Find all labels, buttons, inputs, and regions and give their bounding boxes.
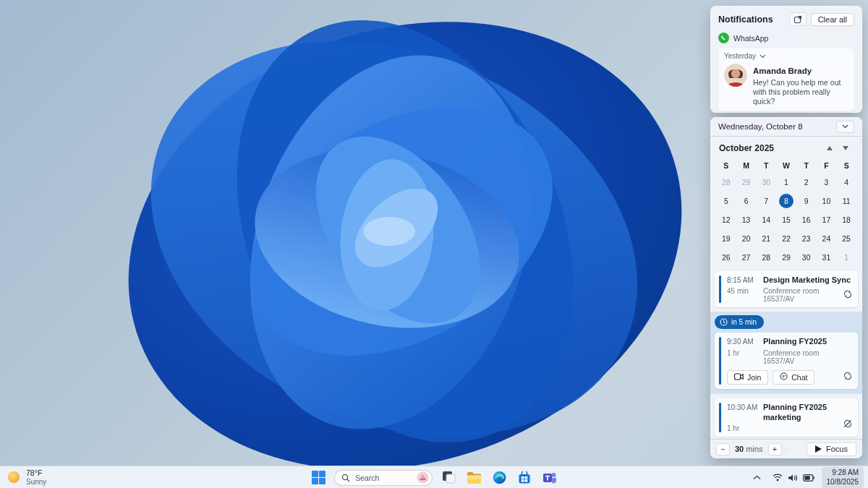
calendar-day[interactable]: 17 [817, 210, 837, 229]
wifi-icon [773, 474, 783, 481]
start-button[interactable] [309, 468, 328, 487]
calendar-weekday-row: SMTWTFS [710, 158, 862, 173]
calendar-day[interactable]: 22 [776, 229, 796, 248]
event-time: 9:30 AM [727, 338, 763, 346]
calendar-next-month-button[interactable] [838, 143, 854, 153]
calendar-day[interactable]: 26 [716, 248, 736, 267]
calendar-day[interactable]: 1 [776, 173, 796, 192]
focus-duration-label: 30 mins [735, 445, 763, 453]
calendar-day[interactable]: 16 [796, 210, 817, 229]
focus-start-button[interactable]: Focus [807, 442, 856, 456]
calendar-day[interactable]: 28 [716, 173, 736, 192]
clear-all-button[interactable]: Clear all [811, 13, 854, 26]
calendar-prev-month-button[interactable] [822, 143, 838, 153]
event-duration: 1 hr [727, 349, 763, 357]
focus-decrease-button[interactable]: − [716, 443, 730, 455]
calendar-day[interactable]: 24 [817, 229, 837, 248]
calendar-day-grid: 2829301234567891011121314151617181920212… [710, 173, 862, 267]
calendar-day[interactable]: 19 [716, 229, 736, 248]
calendar-day[interactable]: 15 [776, 210, 796, 229]
event-title: Planning FY2025 [763, 336, 827, 346]
calendar-day[interactable]: 4 [836, 173, 856, 192]
event-card[interactable]: 8:15 AMDesign Marketing Sync45 minConfer… [715, 271, 858, 307]
tray-overflow-button[interactable] [749, 472, 765, 483]
weekday-label: T [796, 158, 817, 173]
calendar-day[interactable]: 18 [836, 210, 856, 229]
join-button[interactable]: Join [727, 370, 768, 385]
event-time: 10:30 AM [727, 403, 763, 411]
task-view-button[interactable] [439, 468, 458, 487]
notifications-card: Notifications Clear all WhatsApp Yesterd… [710, 6, 862, 113]
triangle-up-icon [827, 146, 833, 150]
calendar-day[interactable]: 27 [736, 248, 757, 267]
calendar-day[interactable]: 25 [836, 229, 856, 248]
notification-group-time: Yesterday [724, 52, 756, 60]
search-box[interactable]: Search [334, 470, 433, 486]
chat-button[interactable]: Chat [773, 370, 814, 385]
recurring-icon [843, 370, 852, 383]
clock-time: 9:28 AM [827, 468, 859, 478]
play-icon [815, 445, 822, 453]
upcoming-badge[interactable]: in 5 min [715, 315, 764, 329]
calendar-day[interactable]: 21 [756, 229, 776, 248]
search-icon [341, 474, 350, 482]
calendar-day[interactable]: 29 [736, 173, 757, 192]
calendar-day[interactable]: 28 [756, 248, 776, 267]
notifications-title: Notifications [718, 14, 789, 25]
calendar-day[interactable]: 7 [756, 192, 776, 210]
taskbar-center: Search [309, 466, 559, 488]
calendar-day[interactable]: 20 [736, 229, 757, 248]
calendar-day[interactable]: 2 [796, 173, 817, 192]
calendar-day-selected[interactable]: 8 [776, 192, 796, 210]
weather-condition: Sunny [26, 478, 46, 486]
store-button[interactable] [515, 468, 534, 487]
notification-app-name: WhatsApp [733, 34, 768, 43]
notification-settings-icon[interactable] [789, 12, 807, 26]
chevron-down-icon[interactable] [760, 54, 766, 59]
calendar-day[interactable]: 1 [836, 248, 856, 267]
calendar-day[interactable]: 6 [736, 192, 757, 210]
focus-duration-unit: mins [746, 445, 762, 453]
calendar-day[interactable]: 5 [716, 192, 736, 210]
calendar-date-label: Wednesday, October 8 [718, 122, 836, 131]
focus-duration-value: 30 [735, 445, 744, 453]
clock-icon [720, 318, 728, 326]
teams-button[interactable] [540, 468, 559, 487]
recurring-off-icon [843, 418, 852, 431]
notification-item[interactable]: Yesterday Amanda Brady Hey! Can you [718, 48, 854, 111]
calendar-day[interactable]: 29 [776, 248, 796, 267]
clock[interactable]: 9:28 AM 10/8/2025 [822, 467, 864, 488]
calendar-month-nav: October 2025 [710, 137, 862, 155]
calendar-day[interactable]: 30 [756, 173, 776, 192]
calendar-day[interactable]: 3 [817, 173, 837, 192]
focus-increase-button[interactable]: + [768, 443, 782, 455]
calendar-day[interactable]: 12 [716, 210, 736, 229]
calendar-day[interactable]: 30 [796, 248, 817, 267]
event-card[interactable]: 10:30 AMPlanning FY2025 marketing1 hr [715, 398, 858, 437]
system-tray: 9:28 AM 10/8/2025 [749, 466, 864, 488]
file-explorer-button[interactable] [464, 468, 483, 487]
calendar-day[interactable]: 10 [817, 192, 837, 210]
notification-sender: Amanda Brady [753, 67, 812, 75]
calendar-date-header: Wednesday, October 8 [710, 117, 862, 137]
calendar-collapse-button[interactable] [836, 121, 854, 133]
calendar-day[interactable]: 9 [796, 192, 817, 210]
notification-message: Hey! Can you help me out with this probl… [753, 78, 850, 106]
calendar-day[interactable]: 11 [836, 192, 856, 210]
edge-button[interactable] [490, 468, 509, 487]
file-explorer-icon [467, 471, 482, 484]
tray-status-icons[interactable] [768, 471, 819, 485]
weather-widget[interactable]: 78°F Sunny [7, 468, 46, 486]
calendar-day[interactable]: 13 [736, 210, 757, 229]
calendar-month-label: October 2025 [719, 143, 822, 153]
event-duration: 45 min [727, 287, 763, 295]
calendar-card: Wednesday, October 8 October 2025 SMTWTF… [710, 117, 862, 458]
calendar-day[interactable]: 23 [796, 229, 817, 248]
weekday-label: S [716, 158, 736, 173]
calendar-day[interactable]: 14 [756, 210, 776, 229]
event-card[interactable]: 9:30 AMPlanning FY20251 hrConference roo… [715, 333, 858, 388]
store-icon [518, 471, 531, 484]
calendar-day[interactable]: 31 [817, 248, 837, 267]
weather-temp: 78°F [26, 468, 46, 477]
upcoming-badge-label: in 5 min [731, 318, 757, 326]
